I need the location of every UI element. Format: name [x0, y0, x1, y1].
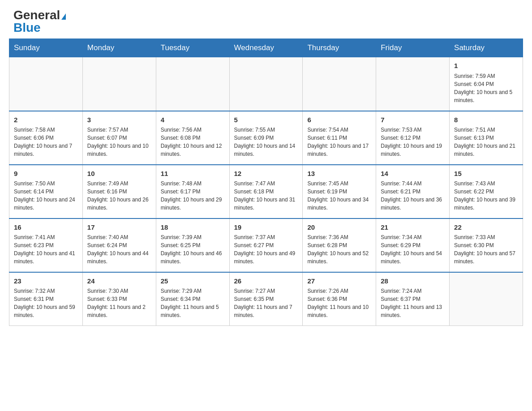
day-info: Sunrise: 7:56 AM Sunset: 6:08 PM Dayligh…	[161, 126, 225, 158]
day-info: Sunrise: 7:53 AM Sunset: 6:12 PM Dayligh…	[381, 126, 445, 158]
calendar-day-cell: 13Sunrise: 7:45 AM Sunset: 6:19 PM Dayli…	[303, 165, 376, 218]
calendar-day-cell: 9Sunrise: 7:50 AM Sunset: 6:14 PM Daylig…	[9, 165, 83, 218]
day-info: Sunrise: 7:40 AM Sunset: 6:24 PM Dayligh…	[87, 233, 151, 265]
day-number: 4	[161, 115, 225, 125]
calendar-day-cell: 7Sunrise: 7:53 AM Sunset: 6:12 PM Daylig…	[376, 111, 450, 165]
day-info: Sunrise: 7:45 AM Sunset: 6:19 PM Dayligh…	[307, 180, 371, 212]
calendar-day-cell: 2Sunrise: 7:58 AM Sunset: 6:06 PM Daylig…	[9, 111, 83, 165]
calendar-day-cell: 17Sunrise: 7:40 AM Sunset: 6:24 PM Dayli…	[82, 218, 156, 272]
day-number: 23	[14, 276, 78, 286]
calendar-day-cell	[376, 57, 450, 111]
day-info: Sunrise: 7:49 AM Sunset: 6:16 PM Dayligh…	[87, 180, 151, 212]
day-number: 9	[14, 169, 78, 179]
logo: General Blue	[13, 9, 66, 34]
calendar-day-cell: 10Sunrise: 7:49 AM Sunset: 6:16 PM Dayli…	[82, 165, 156, 218]
calendar-day-cell: 1Sunrise: 7:59 AM Sunset: 6:04 PM Daylig…	[450, 57, 523, 111]
weekday-header-sunday: Sunday	[9, 39, 83, 57]
calendar-day-cell: 12Sunrise: 7:47 AM Sunset: 6:18 PM Dayli…	[229, 165, 303, 218]
day-number: 22	[454, 223, 518, 232]
calendar-day-cell	[303, 57, 376, 111]
day-info: Sunrise: 7:33 AM Sunset: 6:30 PM Dayligh…	[454, 233, 518, 265]
weekday-header-row: SundayMondayTuesdayWednesdayThursdayFrid…	[9, 39, 523, 57]
day-info: Sunrise: 7:44 AM Sunset: 6:21 PM Dayligh…	[381, 180, 445, 212]
calendar-day-cell	[9, 57, 83, 111]
day-number: 7	[381, 115, 445, 125]
calendar-day-cell: 5Sunrise: 7:55 AM Sunset: 6:09 PM Daylig…	[229, 111, 303, 165]
calendar-day-cell: 26Sunrise: 7:27 AM Sunset: 6:35 PM Dayli…	[229, 272, 303, 326]
day-number: 28	[381, 276, 445, 286]
day-number: 25	[161, 276, 225, 286]
day-number: 3	[87, 115, 151, 125]
calendar-week-row: 1Sunrise: 7:59 AM Sunset: 6:04 PM Daylig…	[9, 57, 523, 111]
calendar-day-cell: 20Sunrise: 7:36 AM Sunset: 6:28 PM Dayli…	[303, 218, 376, 272]
day-number: 13	[307, 169, 371, 179]
day-number: 1	[454, 61, 518, 71]
day-number: 26	[234, 276, 298, 286]
day-number: 18	[161, 223, 225, 232]
calendar-week-row: 16Sunrise: 7:41 AM Sunset: 6:23 PM Dayli…	[9, 218, 523, 272]
logo-blue-text: Blue	[13, 21, 41, 34]
day-info: Sunrise: 7:58 AM Sunset: 6:06 PM Dayligh…	[14, 126, 78, 158]
calendar-day-cell: 6Sunrise: 7:54 AM Sunset: 6:11 PM Daylig…	[303, 111, 376, 165]
weekday-header-saturday: Saturday	[450, 39, 523, 57]
logo-general-text: General	[13, 8, 60, 22]
calendar-day-cell: 11Sunrise: 7:48 AM Sunset: 6:17 PM Dayli…	[156, 165, 229, 218]
day-info: Sunrise: 7:30 AM Sunset: 6:33 PM Dayligh…	[87, 287, 151, 319]
calendar-table: SundayMondayTuesdayWednesdayThursdayFrid…	[9, 39, 523, 326]
day-number: 16	[14, 223, 78, 232]
calendar-day-cell: 24Sunrise: 7:30 AM Sunset: 6:33 PM Dayli…	[82, 272, 156, 326]
day-number: 17	[87, 223, 151, 232]
day-info: Sunrise: 7:51 AM Sunset: 6:13 PM Dayligh…	[454, 126, 518, 158]
day-number: 15	[454, 169, 518, 179]
logo-top-line: General	[13, 9, 66, 21]
day-number: 5	[234, 115, 298, 125]
calendar-day-cell: 19Sunrise: 7:37 AM Sunset: 6:27 PM Dayli…	[229, 218, 303, 272]
day-info: Sunrise: 7:29 AM Sunset: 6:34 PM Dayligh…	[161, 287, 225, 319]
calendar-day-cell	[450, 272, 523, 326]
day-number: 19	[234, 223, 298, 232]
day-info: Sunrise: 7:26 AM Sunset: 6:36 PM Dayligh…	[307, 287, 371, 319]
calendar-day-cell: 23Sunrise: 7:32 AM Sunset: 6:31 PM Dayli…	[9, 272, 83, 326]
calendar-day-cell: 8Sunrise: 7:51 AM Sunset: 6:13 PM Daylig…	[450, 111, 523, 165]
calendar-day-cell: 22Sunrise: 7:33 AM Sunset: 6:30 PM Dayli…	[450, 218, 523, 272]
day-number: 21	[381, 223, 445, 232]
day-number: 27	[307, 276, 371, 286]
day-number: 8	[454, 115, 518, 125]
day-info: Sunrise: 7:36 AM Sunset: 6:28 PM Dayligh…	[307, 233, 371, 265]
day-number: 24	[87, 276, 151, 286]
calendar-day-cell	[156, 57, 229, 111]
day-info: Sunrise: 7:47 AM Sunset: 6:18 PM Dayligh…	[234, 180, 298, 212]
calendar-day-cell: 4Sunrise: 7:56 AM Sunset: 6:08 PM Daylig…	[156, 111, 229, 165]
calendar-day-cell	[82, 57, 156, 111]
day-number: 11	[161, 169, 225, 179]
logo-triangle-icon	[61, 13, 66, 20]
calendar-week-row: 2Sunrise: 7:58 AM Sunset: 6:06 PM Daylig…	[9, 111, 523, 165]
day-info: Sunrise: 7:37 AM Sunset: 6:27 PM Dayligh…	[234, 233, 298, 265]
calendar-day-cell: 18Sunrise: 7:39 AM Sunset: 6:25 PM Dayli…	[156, 218, 229, 272]
day-info: Sunrise: 7:41 AM Sunset: 6:23 PM Dayligh…	[14, 233, 78, 265]
day-info: Sunrise: 7:57 AM Sunset: 6:07 PM Dayligh…	[87, 126, 151, 158]
day-number: 6	[307, 115, 371, 125]
day-info: Sunrise: 7:43 AM Sunset: 6:22 PM Dayligh…	[454, 180, 518, 212]
page-header: General Blue	[0, 0, 532, 39]
day-info: Sunrise: 7:48 AM Sunset: 6:17 PM Dayligh…	[161, 180, 225, 212]
day-info: Sunrise: 7:24 AM Sunset: 6:37 PM Dayligh…	[381, 287, 445, 319]
day-info: Sunrise: 7:50 AM Sunset: 6:14 PM Dayligh…	[14, 180, 78, 212]
day-info: Sunrise: 7:32 AM Sunset: 6:31 PM Dayligh…	[14, 287, 78, 319]
weekday-header-tuesday: Tuesday	[156, 39, 229, 57]
day-info: Sunrise: 7:59 AM Sunset: 6:04 PM Dayligh…	[454, 72, 518, 104]
weekday-header-monday: Monday	[82, 39, 156, 57]
calendar-day-cell: 15Sunrise: 7:43 AM Sunset: 6:22 PM Dayli…	[450, 165, 523, 218]
weekday-header-thursday: Thursday	[303, 39, 376, 57]
calendar-day-cell: 21Sunrise: 7:34 AM Sunset: 6:29 PM Dayli…	[376, 218, 450, 272]
day-info: Sunrise: 7:34 AM Sunset: 6:29 PM Dayligh…	[381, 233, 445, 265]
day-info: Sunrise: 7:39 AM Sunset: 6:25 PM Dayligh…	[161, 233, 225, 265]
calendar-week-row: 9Sunrise: 7:50 AM Sunset: 6:14 PM Daylig…	[9, 165, 523, 218]
day-number: 20	[307, 223, 371, 232]
calendar-week-row: 23Sunrise: 7:32 AM Sunset: 6:31 PM Dayli…	[9, 272, 523, 326]
day-info: Sunrise: 7:54 AM Sunset: 6:11 PM Dayligh…	[307, 126, 371, 158]
day-number: 2	[14, 115, 78, 125]
calendar-day-cell: 3Sunrise: 7:57 AM Sunset: 6:07 PM Daylig…	[82, 111, 156, 165]
day-info: Sunrise: 7:27 AM Sunset: 6:35 PM Dayligh…	[234, 287, 298, 319]
weekday-header-wednesday: Wednesday	[229, 39, 303, 57]
